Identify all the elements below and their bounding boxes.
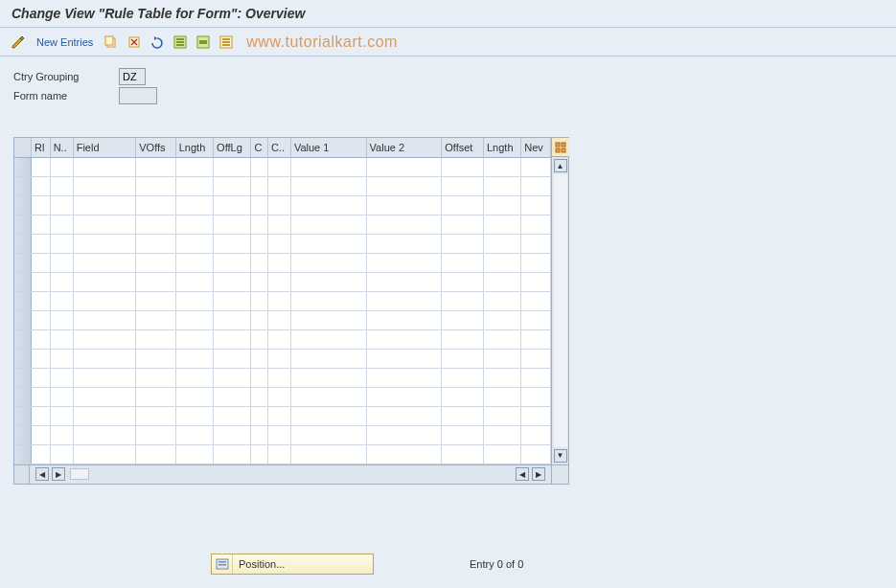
table-cell[interactable] [73, 425, 136, 444]
table-cell[interactable] [50, 349, 73, 368]
hscroll-track-1[interactable] [70, 468, 89, 480]
table-cell[interactable] [521, 234, 551, 253]
table-cell[interactable] [442, 157, 484, 176]
select-all-icon[interactable] [172, 34, 189, 51]
table-cell[interactable] [31, 425, 50, 444]
table-cell[interactable] [521, 444, 551, 464]
table-cell[interactable] [366, 444, 442, 464]
table-cell[interactable] [521, 310, 551, 329]
row-selector[interactable] [14, 387, 31, 406]
table-cell[interactable] [290, 387, 366, 406]
table-cell[interactable] [442, 425, 484, 444]
table-cell[interactable] [214, 329, 251, 349]
table-cell[interactable] [483, 387, 520, 406]
table-settings-icon[interactable] [552, 138, 569, 157]
table-cell[interactable] [214, 195, 251, 215]
table-row[interactable] [14, 234, 551, 253]
row-selector[interactable] [14, 444, 31, 464]
table-cell[interactable] [290, 215, 366, 234]
col-lngth1[interactable]: Lngth [175, 138, 213, 157]
table-cell[interactable] [267, 272, 290, 291]
table-cell[interactable] [251, 215, 267, 234]
table-cell[interactable] [136, 215, 176, 234]
table-cell[interactable] [73, 157, 136, 176]
table-row[interactable] [14, 195, 551, 215]
table-cell[interactable] [366, 349, 442, 368]
form-name-field[interactable] [119, 87, 157, 104]
table-cell[interactable] [73, 291, 136, 310]
table-cell[interactable] [31, 157, 50, 176]
table-cell[interactable] [251, 444, 267, 464]
table-cell[interactable] [290, 291, 366, 310]
row-selector[interactable] [14, 349, 31, 368]
table-cell[interactable] [267, 368, 290, 387]
table-cell[interactable] [442, 349, 484, 368]
table-cell[interactable] [175, 349, 213, 368]
table-cell[interactable] [214, 234, 251, 253]
table-cell[interactable] [267, 195, 290, 215]
table-cell[interactable] [442, 310, 484, 329]
table-cell[interactable] [251, 253, 267, 272]
table-cell[interactable] [31, 444, 50, 464]
table-cell[interactable] [214, 406, 251, 425]
table-cell[interactable] [251, 272, 267, 291]
row-selector[interactable] [14, 291, 31, 310]
table-cell[interactable] [366, 329, 442, 349]
table-cell[interactable] [50, 215, 73, 234]
deselect-all-icon[interactable] [218, 34, 235, 51]
table-cell[interactable] [214, 272, 251, 291]
change-icon[interactable] [10, 34, 27, 51]
table-cell[interactable] [366, 157, 442, 176]
table-cell[interactable] [175, 406, 213, 425]
scroll-left-1-icon[interactable]: ◀ [35, 467, 49, 481]
table-cell[interactable] [251, 291, 267, 310]
table-cell[interactable] [50, 272, 73, 291]
table-cell[interactable] [175, 195, 213, 215]
table-cell[interactable] [483, 310, 520, 329]
table-cell[interactable] [31, 329, 50, 349]
row-selector[interactable] [14, 310, 31, 329]
table-row[interactable] [14, 215, 551, 234]
table-cell[interactable] [136, 272, 176, 291]
table-cell[interactable] [136, 406, 176, 425]
table-row[interactable] [14, 253, 551, 272]
table-cell[interactable] [136, 291, 176, 310]
col-voffs[interactable]: VOffs [136, 138, 176, 157]
table-cell[interactable] [31, 291, 50, 310]
table-cell[interactable] [50, 310, 73, 329]
table-cell[interactable] [483, 425, 520, 444]
vscroll-track[interactable] [554, 174, 567, 447]
table-cell[interactable] [483, 349, 520, 368]
table-cell[interactable] [50, 444, 73, 464]
table-row[interactable] [14, 329, 551, 349]
table-cell[interactable] [521, 157, 551, 176]
table-cell[interactable] [31, 234, 50, 253]
table-cell[interactable] [521, 368, 551, 387]
col-nev[interactable]: Nev [521, 138, 551, 157]
table-cell[interactable] [290, 157, 366, 176]
table-cell[interactable] [483, 234, 520, 253]
table-cell[interactable] [483, 195, 520, 215]
table-cell[interactable] [290, 195, 366, 215]
table-cell[interactable] [31, 253, 50, 272]
table-cell[interactable] [366, 215, 442, 234]
table-cell[interactable] [73, 215, 136, 234]
table-cell[interactable] [214, 310, 251, 329]
copy-icon[interactable] [103, 34, 120, 51]
table-cell[interactable] [267, 234, 290, 253]
row-selector-header[interactable] [14, 138, 31, 157]
table-cell[interactable] [521, 425, 551, 444]
col-lngth2[interactable]: Lngth [483, 138, 520, 157]
table-cell[interactable] [73, 195, 136, 215]
table-cell[interactable] [366, 406, 442, 425]
table-cell[interactable] [31, 176, 50, 195]
table-cell[interactable] [251, 195, 267, 215]
table-cell[interactable] [442, 406, 484, 425]
table-cell[interactable] [214, 387, 251, 406]
table-cell[interactable] [214, 253, 251, 272]
table-cell[interactable] [442, 329, 484, 349]
table-cell[interactable] [483, 329, 520, 349]
table-cell[interactable] [73, 253, 136, 272]
ctry-grouping-field[interactable] [119, 68, 146, 85]
col-value2[interactable]: Value 2 [366, 138, 442, 157]
